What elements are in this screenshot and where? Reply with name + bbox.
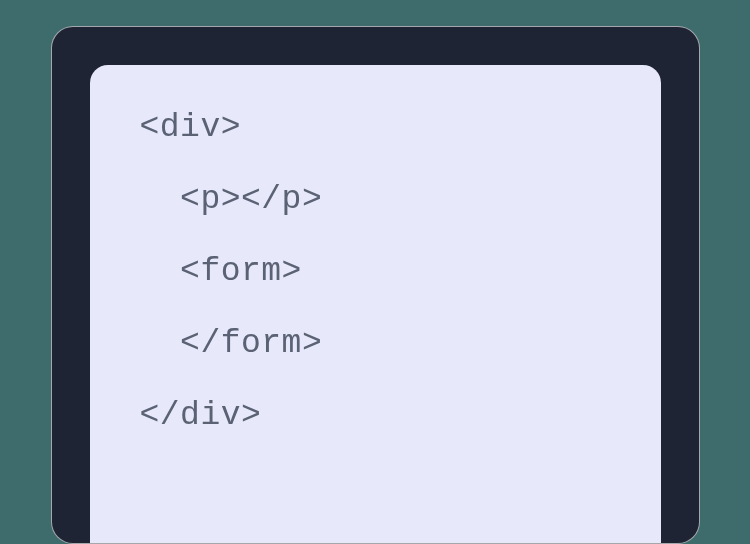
code-panel: <div> <p></p> <form> </form> </div> [90, 65, 661, 543]
code-line: <div> [140, 111, 611, 144]
code-frame: <div> <p></p> <form> </form> </div> [51, 26, 700, 544]
code-line: <form> [140, 255, 611, 288]
code-line: </div> [140, 399, 611, 432]
code-line: </form> [140, 327, 611, 360]
code-line: <p></p> [140, 183, 611, 216]
